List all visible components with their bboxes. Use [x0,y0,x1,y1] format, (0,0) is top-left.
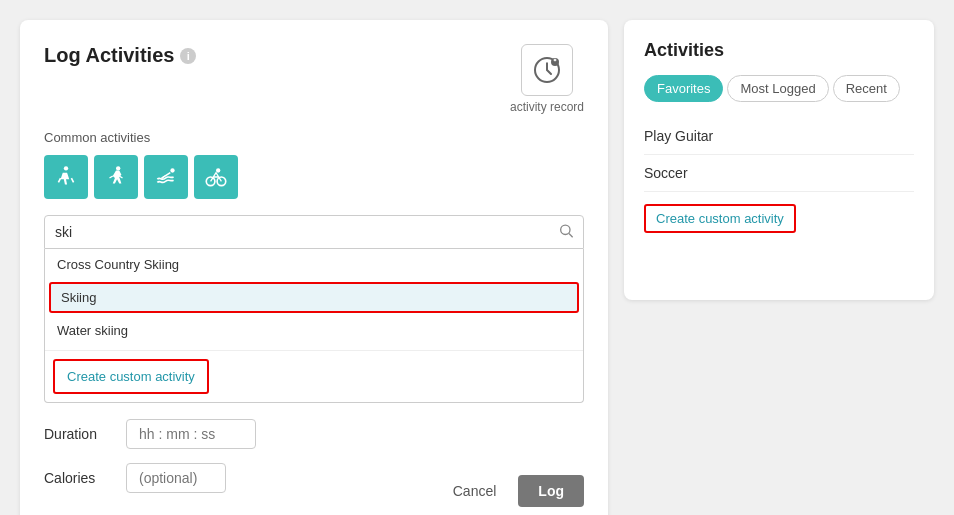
cycling-icon [203,164,229,190]
dropdown-divider [45,350,583,351]
panel-title: Log Activities [44,44,174,67]
svg-point-5 [116,166,120,170]
activity-item-play-guitar[interactable]: Play Guitar [644,118,914,155]
cancel-button[interactable]: Cancel [443,477,507,505]
search-icon[interactable] [558,223,574,242]
swimming-icon-button[interactable] [144,155,188,199]
dropdown-item-cross-country[interactable]: Cross Country Skiing [45,249,583,280]
activities-panel: Activities Favorites Most Logged Recent … [624,20,934,300]
dropdown-item-skiing[interactable]: Skiing [49,282,579,313]
search-dropdown: Cross Country Skiing Skiing Water skiing… [44,249,584,403]
activity-record-button[interactable]: activity record [510,44,584,114]
tab-favorites[interactable]: Favorites [644,75,723,102]
svg-point-9 [216,168,220,172]
svg-point-4 [64,166,68,170]
panel-header: Log Activities i activity record [44,44,584,114]
svg-line-11 [569,234,573,238]
tab-most-logged[interactable]: Most Logged [727,75,828,102]
duration-label: Duration [44,426,114,442]
activity-icons-row [44,155,584,199]
activity-record-label: activity record [510,100,584,114]
search-container [44,215,584,249]
walking-icon-button[interactable] [44,155,88,199]
cycling-icon-button[interactable] [194,155,238,199]
swimming-icon [153,164,179,190]
duration-input[interactable] [126,419,256,449]
title-row: Log Activities i [44,44,196,67]
calories-input[interactable] [126,463,226,493]
svg-point-8 [217,177,226,186]
calories-label: Calories [44,470,114,486]
dropdown-item-water-skiing[interactable]: Water skiing [45,315,583,346]
create-custom-activity-dropdown-link[interactable]: Create custom activity [53,359,209,394]
tabs-row: Favorites Most Logged Recent [644,75,914,102]
activity-record-icon [521,44,573,96]
search-input[interactable] [44,215,584,249]
info-icon[interactable]: i [180,48,196,64]
running-icon-button[interactable] [94,155,138,199]
tab-recent[interactable]: Recent [833,75,900,102]
info-icon-label: i [187,50,190,62]
create-custom-activity-panel-link[interactable]: Create custom activity [644,204,796,233]
log-activities-panel: Log Activities i activity record [20,20,608,515]
running-icon [103,164,129,190]
activities-panel-title: Activities [644,40,914,61]
activity-item-soccer[interactable]: Soccer [644,155,914,192]
common-activities-label: Common activities [44,130,584,145]
svg-point-7 [206,177,215,186]
walking-icon [53,164,79,190]
svg-point-6 [170,168,174,172]
svg-point-10 [561,225,570,234]
duration-row: Duration [44,419,584,449]
form-footer: Cancel Log [443,475,584,507]
log-button[interactable]: Log [518,475,584,507]
